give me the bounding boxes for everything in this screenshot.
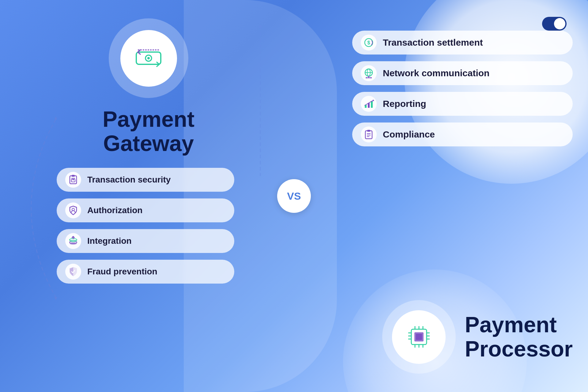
feature-icon-integration	[65, 233, 81, 249]
feature-icon-transaction-security	[65, 172, 81, 188]
svg-marker-16	[54, 297, 57, 300]
feature-icon-reporting	[361, 96, 377, 112]
dollar-cycle-icon: $	[363, 37, 374, 48]
right-feature-label-reporting: Reporting	[383, 99, 426, 109]
feature-item-transaction-settlement: $ Transaction settlement	[352, 31, 573, 55]
shield-check-icon	[68, 205, 78, 216]
gateway-icon-circle-inner	[120, 30, 177, 87]
gateway-icon-circle-outer	[109, 18, 188, 98]
feature-item-compliance: Compliance	[352, 123, 573, 146]
toggle-track	[542, 17, 567, 31]
feature-item-transaction-security: Transaction security	[57, 168, 234, 192]
shield-half-icon	[68, 266, 78, 277]
globe-network-icon	[363, 68, 374, 79]
bar-chart-icon	[364, 99, 374, 109]
svg-rect-6	[72, 175, 75, 177]
feature-icon-authorization	[65, 202, 81, 218]
svg-point-27	[371, 77, 372, 78]
stack-coins-icon	[68, 236, 79, 247]
payment-transfer-icon	[135, 47, 162, 69]
svg-point-2	[147, 57, 150, 59]
clipboard-lock-icon	[68, 175, 78, 185]
svg-point-28	[368, 76, 369, 77]
processor-circle-outer	[382, 300, 456, 374]
svg-point-26	[366, 77, 367, 78]
svg-rect-31	[371, 101, 373, 108]
feature-icon-fraud-prevention	[65, 264, 81, 280]
feature-item-fraud-prevention: Fraud prevention	[57, 260, 234, 284]
feature-label-integration: Integration	[87, 236, 132, 246]
left-title: Payment Gateway	[103, 107, 194, 156]
processor-chip-icon	[405, 323, 433, 351]
processor-circle-inner	[392, 310, 446, 364]
feature-label-transaction-security: Transaction security	[87, 175, 171, 185]
feature-label-fraud-prevention: Fraud prevention	[87, 267, 157, 277]
left-feature-list: Transaction security Authorization	[57, 168, 234, 284]
right-section: $ Transaction settlement Network communi…	[352, 31, 573, 146]
svg-rect-34	[367, 130, 370, 132]
feature-item-reporting: Reporting	[352, 92, 573, 116]
vs-text: VS	[287, 190, 301, 202]
feature-item-integration: Integration	[57, 229, 234, 253]
svg-point-10	[72, 208, 74, 211]
right-feature-label-network-communication: Network communication	[383, 68, 489, 78]
feature-icon-network-communication	[361, 65, 377, 81]
svg-point-8	[73, 179, 74, 180]
feature-icon-compliance	[361, 126, 377, 142]
vs-circle: VS	[277, 179, 311, 213]
right-title: Payment Processor	[465, 313, 573, 361]
right-feature-label-transaction-settlement: Transaction settlement	[383, 37, 483, 48]
right-bottom-section: Payment Processor	[382, 300, 573, 374]
feature-label-authorization: Authorization	[87, 205, 142, 215]
toggle-knob	[554, 18, 565, 29]
feature-item-authorization: Authorization	[57, 198, 234, 222]
toggle-switch[interactable]	[542, 17, 567, 31]
right-feature-label-compliance: Compliance	[383, 129, 435, 140]
feature-icon-transaction-settlement: $	[361, 35, 377, 51]
svg-marker-17	[258, 24, 262, 28]
clipboard-list-icon	[364, 129, 374, 140]
dashed-arc-left	[28, 116, 62, 300]
svg-text:$: $	[368, 40, 370, 45]
svg-marker-15	[54, 116, 57, 119]
svg-rect-40	[416, 334, 422, 340]
feature-item-network-communication: Network communication	[352, 61, 573, 85]
dashed-arc-right	[251, 24, 270, 178]
